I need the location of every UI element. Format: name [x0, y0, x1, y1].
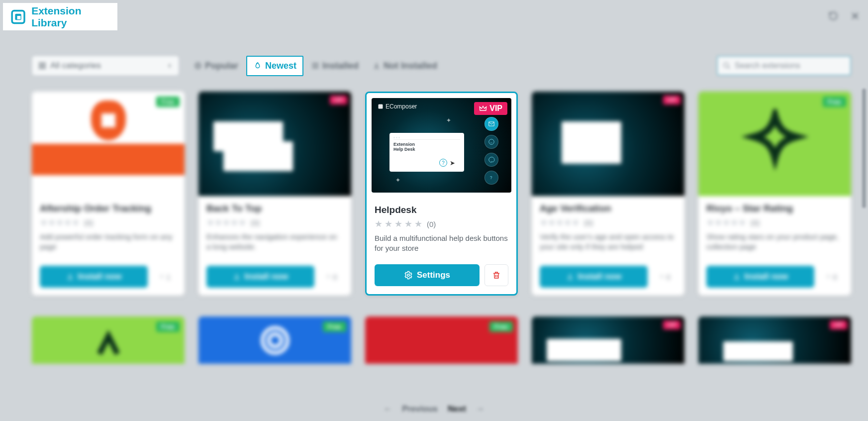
- svg-point-8: [196, 64, 199, 67]
- card-title: Back To Top: [206, 203, 343, 214]
- rating-stars: ★★★★★(0): [540, 217, 676, 228]
- star-icon: ★: [394, 218, 402, 229]
- badge-free: Free: [156, 97, 180, 107]
- rating-stars: ★★★★★(0): [206, 217, 343, 228]
- card-thumbnail: VIP: [198, 92, 351, 196]
- download-count: 1: [153, 266, 177, 288]
- download-icon: [373, 62, 381, 70]
- svg-text:?: ?: [490, 176, 492, 180]
- svg-point-15: [407, 274, 410, 277]
- delete-button[interactable]: [484, 264, 508, 286]
- tab-popular-label: Popular: [205, 61, 238, 71]
- extension-card[interactable]: Free: [32, 316, 185, 364]
- card-title: Aftership Order Tracking: [40, 203, 177, 214]
- header-panel: Extension Library: [3, 3, 117, 30]
- card-title: Age Verification: [540, 203, 676, 214]
- tab-newest[interactable]: Newest: [246, 56, 303, 76]
- rating-stars: ★★★★★(0): [706, 217, 843, 228]
- search-icon: [723, 62, 731, 70]
- download-count: 0: [653, 266, 676, 288]
- svg-rect-2: [17, 15, 20, 19]
- cursor-icon: ➤: [450, 159, 455, 167]
- extension-card-helpdesk[interactable]: EComposer VIP ✦ ✦ ExtensionHelp Desk ? ➤: [365, 92, 518, 296]
- card-thumbnail: Free: [698, 92, 851, 196]
- extension-card[interactable]: Free: [198, 316, 351, 364]
- tab-not-installed-label: Not Installed: [384, 61, 437, 71]
- download-icon: [566, 273, 574, 281]
- sparkle-icon: ✦: [395, 177, 400, 184]
- extension-card[interactable]: Free Rivyo – Star Rating ★★★★★(0) Show r…: [698, 92, 851, 296]
- svg-rect-3: [39, 63, 42, 65]
- tab-popular[interactable]: Popular: [188, 57, 244, 75]
- svg-rect-10: [313, 67, 318, 68]
- search-input[interactable]: Search extensions: [717, 56, 851, 76]
- thumb-mini-window: ExtensionHelp Desk ? ➤: [389, 133, 464, 172]
- extension-card[interactable]: VIP: [698, 316, 851, 364]
- download-icon: [233, 273, 241, 281]
- rating-count: (0): [427, 220, 436, 228]
- download-arrow-icon: [159, 274, 165, 280]
- scrollbar[interactable]: [862, 89, 866, 208]
- badge-vip: VIP: [474, 102, 507, 115]
- svg-rect-5: [39, 66, 42, 69]
- extension-card[interactable]: Free: [365, 316, 518, 364]
- star-icon: ★: [414, 218, 422, 229]
- tab-installed-label: Installed: [322, 61, 359, 71]
- install-button[interactable]: Install now: [40, 266, 148, 288]
- card-description: Build a multifunctional help desk button…: [375, 233, 508, 254]
- refresh-icon[interactable]: [828, 11, 838, 21]
- star-icon: ★: [404, 218, 412, 229]
- install-button[interactable]: Install now: [206, 266, 314, 288]
- tab-not-installed[interactable]: Not Installed: [367, 57, 443, 75]
- thumb-contact-bubbles: ?: [484, 117, 498, 185]
- install-button[interactable]: Install now: [540, 266, 648, 288]
- svg-rect-12: [379, 105, 383, 109]
- extension-card[interactable]: VIP: [532, 316, 684, 364]
- pagination: ← Previous Next →: [384, 404, 484, 414]
- settings-button[interactable]: Settings: [375, 264, 480, 286]
- gear-icon: [404, 271, 413, 280]
- pagination-next[interactable]: Next: [448, 404, 466, 414]
- pagination-prev[interactable]: Previous: [402, 404, 438, 414]
- filter-bar: All categories Popular Newest Installed …: [32, 53, 851, 79]
- badge-vip: VIP: [330, 96, 347, 105]
- rating-count: (0): [251, 218, 260, 227]
- svg-rect-6: [43, 66, 45, 69]
- trash-icon: [492, 271, 501, 280]
- shield-icon: [253, 318, 297, 363]
- page-title: Extension Library: [31, 5, 117, 29]
- messenger-icon: [484, 153, 498, 167]
- star-shape-icon: [740, 109, 810, 179]
- svg-rect-4: [43, 63, 45, 65]
- grid-icon: [38, 62, 46, 70]
- star-icon: ★: [385, 218, 392, 229]
- rating-count: (0): [751, 218, 760, 227]
- install-button[interactable]: Install now: [706, 266, 814, 288]
- category-label: All categories: [50, 61, 101, 71]
- extension-grid-row2: Free Free Free VIP VIP: [32, 316, 851, 364]
- card-thumbnail: Free: [32, 92, 185, 196]
- badge-vip: VIP: [830, 320, 847, 329]
- install-label: Install now: [78, 272, 122, 282]
- help-icon: ?: [439, 159, 447, 167]
- extension-card[interactable]: Free Aftership Order Tracking ★★★★★(0) A…: [32, 92, 185, 296]
- rating-stars: ★★★★★(0): [40, 217, 177, 228]
- tab-installed[interactable]: Installed: [305, 57, 365, 75]
- extension-card[interactable]: VIP Age Verification ★★★★★(0) Verify the…: [532, 92, 684, 296]
- svg-point-17: [269, 334, 281, 346]
- category-select[interactable]: All categories: [32, 56, 179, 76]
- extension-card[interactable]: VIP Back To Top ★★★★★(0) Enhances the na…: [198, 92, 351, 296]
- flame-icon: [253, 61, 262, 70]
- window-controls: [828, 11, 860, 21]
- pagination-next-arrow[interactable]: →: [476, 404, 484, 414]
- pagination-prev-arrow[interactable]: ←: [384, 404, 392, 414]
- settings-label: Settings: [417, 270, 450, 280]
- card-title: Helpdesk: [375, 205, 508, 215]
- svg-point-13: [489, 139, 494, 145]
- sparkle-icon: ✦: [446, 117, 451, 124]
- card-title: Rivyo – Star Rating: [706, 203, 843, 214]
- close-icon[interactable]: [850, 11, 860, 21]
- svg-rect-9: [313, 63, 318, 65]
- help-icon: ?: [484, 171, 498, 185]
- badge-free: Free: [823, 97, 846, 107]
